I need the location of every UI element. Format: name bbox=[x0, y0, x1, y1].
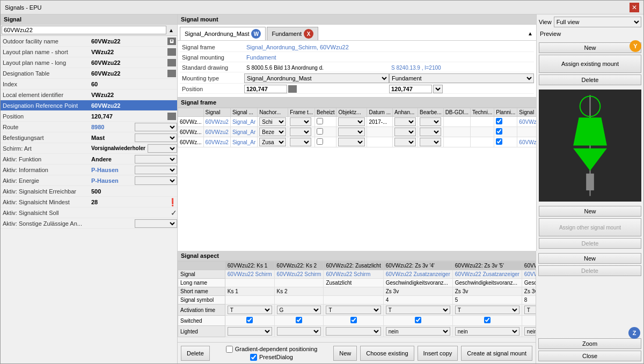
desig-table-icon[interactable] bbox=[167, 70, 176, 77]
row3-c3-select[interactable]: Zusa bbox=[259, 138, 286, 146]
row1-c6-select[interactable] bbox=[338, 117, 365, 126]
mount-tab-2[interactable]: Fundament X bbox=[267, 27, 318, 40]
lighted-select-5[interactable]: nein bbox=[455, 327, 519, 336]
assign-other-signal-mount-button[interactable]: Assign other signal mount bbox=[539, 218, 641, 236]
funktion-select[interactable] bbox=[135, 155, 177, 164]
switched-check-4[interactable] bbox=[415, 317, 421, 323]
window-close-button[interactable]: ✕ bbox=[630, 3, 639, 12]
lighted-select-4[interactable]: nein bbox=[386, 327, 450, 336]
row2-c9-select[interactable] bbox=[420, 128, 441, 136]
aspect-signal-4[interactable]: 60VWzu22 Zusatzanzeiger bbox=[383, 270, 452, 279]
aspect-signal-6[interactable]: 60VWzu22 Zusatzanzeiger bbox=[522, 270, 536, 279]
information-select[interactable] bbox=[135, 166, 177, 174]
row2-c2[interactable]: Signal_Ar bbox=[230, 127, 257, 137]
row1-c12-check[interactable] bbox=[496, 118, 502, 124]
activation-select-3[interactable]: T bbox=[326, 306, 380, 314]
bottom-delete-button[interactable]: Delete bbox=[181, 346, 210, 361]
position-field-1-icon[interactable] bbox=[288, 85, 297, 93]
zoom-button[interactable]: Zoom bbox=[538, 338, 641, 349]
lighted-select-6[interactable]: nein bbox=[524, 327, 536, 336]
lighted-select-1[interactable] bbox=[228, 327, 272, 336]
gradient-checkbox[interactable] bbox=[226, 346, 233, 353]
row1-c9-select[interactable] bbox=[420, 117, 441, 126]
create-signal-mount-button[interactable]: Create at signal mount bbox=[461, 346, 532, 361]
mount-new-button[interactable]: New bbox=[539, 42, 641, 53]
row3-c1[interactable]: 60VWzu2 bbox=[203, 137, 230, 147]
aspect-signal-2[interactable]: 60VWzu22 Schirm bbox=[274, 270, 324, 279]
aspect-signal-5[interactable]: 60VWzu22 Zusatzanzeiger bbox=[452, 270, 522, 279]
sonstige-select[interactable] bbox=[135, 219, 177, 228]
activation-select-2[interactable]: G bbox=[277, 306, 321, 314]
row1-c4-select[interactable] bbox=[290, 117, 311, 126]
position-field-1[interactable] bbox=[244, 85, 287, 93]
befestig-select[interactable] bbox=[135, 133, 177, 142]
close-button[interactable]: Close bbox=[538, 351, 641, 361]
layout-short-icon[interactable] bbox=[167, 48, 176, 56]
outdoor-icon[interactable] bbox=[167, 38, 176, 45]
switched-check-3[interactable] bbox=[350, 317, 357, 323]
aspect-delete-button[interactable]: Delete bbox=[538, 265, 641, 276]
switched-check-1[interactable] bbox=[246, 317, 253, 323]
activation-select-5[interactable]: T bbox=[455, 306, 519, 314]
scroll-right-icon[interactable]: ▲ bbox=[526, 29, 534, 38]
mounting-type-dropdown-2[interactable]: Fundament bbox=[389, 73, 534, 83]
row3-c13[interactable]: 60VWzu2 bbox=[517, 137, 536, 147]
row2-c1[interactable]: 60VWzu2 bbox=[203, 127, 230, 137]
aspect-signal-1[interactable]: 60VWzu22 Schirm bbox=[225, 270, 274, 279]
activation-select-4[interactable]: T bbox=[386, 306, 450, 314]
frame-new-button[interactable]: New bbox=[539, 206, 641, 217]
frame-delete-button[interactable]: Delete bbox=[539, 238, 641, 249]
energie-select[interactable] bbox=[135, 176, 177, 185]
aspect-signal-3[interactable]: 60VWzu22 Schirm bbox=[324, 270, 383, 279]
choose-existing-button[interactable]: Choose existing bbox=[360, 346, 414, 361]
row3-c2[interactable]: Signal_Ar bbox=[230, 137, 257, 147]
row3-c12-check[interactable] bbox=[496, 138, 502, 145]
row3-c9-select[interactable] bbox=[420, 138, 441, 146]
position-field-2[interactable] bbox=[389, 85, 432, 93]
switched-check-5[interactable] bbox=[484, 317, 491, 323]
row1-c3-select[interactable]: Schi bbox=[259, 117, 286, 126]
row1-c8-select[interactable] bbox=[394, 117, 416, 126]
view-select[interactable]: Full view Front view Side view bbox=[554, 17, 641, 27]
position-dropdown[interactable] bbox=[433, 85, 443, 93]
aspect-new-button[interactable]: New bbox=[538, 253, 641, 264]
row3-c5-check[interactable] bbox=[317, 138, 323, 145]
row1-c5-check[interactable] bbox=[317, 118, 323, 124]
bottom-new-button[interactable]: New bbox=[333, 346, 357, 361]
row2-c12-check[interactable] bbox=[496, 128, 502, 135]
aspect-activation-6: T bbox=[522, 304, 536, 316]
activation-select-6[interactable]: T bbox=[524, 306, 536, 314]
row3-c6-select[interactable] bbox=[338, 138, 365, 146]
assign-existing-mount-button[interactable]: Assign existing mount bbox=[539, 55, 641, 73]
row1-c2[interactable]: Signal_Ar bbox=[230, 117, 257, 127]
aspect-longname-2 bbox=[274, 279, 324, 287]
lighted-select-2[interactable] bbox=[277, 327, 321, 336]
scroll-up-icon[interactable]: ▲ bbox=[166, 26, 176, 34]
row2-c5-check[interactable] bbox=[317, 128, 323, 135]
row2-c8-select[interactable] bbox=[394, 128, 416, 136]
row3-c8-select[interactable] bbox=[394, 138, 416, 146]
position-icon[interactable] bbox=[167, 113, 176, 120]
row1-c13[interactable]: 60VWzu2 bbox=[517, 117, 536, 127]
route-value[interactable]: 8980 bbox=[89, 123, 135, 131]
schirm-select[interactable] bbox=[148, 144, 177, 153]
row2-c6-select[interactable] bbox=[338, 128, 365, 136]
mounting-type-dropdown-1[interactable]: Signal_Anordnung_Mast bbox=[244, 73, 389, 83]
route-select[interactable] bbox=[135, 123, 177, 131]
signal-frame-grid[interactable]: Signal Signal ... Nachor... Frame t... B… bbox=[178, 108, 536, 251]
switched-check-2[interactable] bbox=[296, 317, 302, 323]
signal-top-input[interactable] bbox=[2, 26, 166, 34]
layout-long-icon[interactable] bbox=[167, 59, 176, 66]
row3-c4-select[interactable] bbox=[290, 138, 311, 146]
row2-c3-select[interactable]: Beze bbox=[259, 128, 286, 136]
mount-delete-button[interactable]: Delete bbox=[539, 75, 641, 85]
insert-copy-button[interactable]: Insert copy bbox=[418, 346, 458, 361]
lighted-select-3[interactable] bbox=[326, 327, 380, 336]
row2-c4-select[interactable] bbox=[290, 128, 311, 136]
activation-select-1[interactable]: T bbox=[228, 306, 272, 314]
preset-checkbox[interactable] bbox=[250, 354, 257, 361]
row1-c1[interactable]: 60VWzu2 bbox=[203, 117, 230, 127]
aspect-table-wrapper[interactable]: 60VWzu22: Ks 1 60VWzu22: Ks 2 60VWzu22: … bbox=[178, 261, 536, 342]
mount-tab-1[interactable]: Signal_Anordnung_Mast W bbox=[180, 27, 266, 40]
row3-c3: Zusa bbox=[258, 137, 288, 147]
